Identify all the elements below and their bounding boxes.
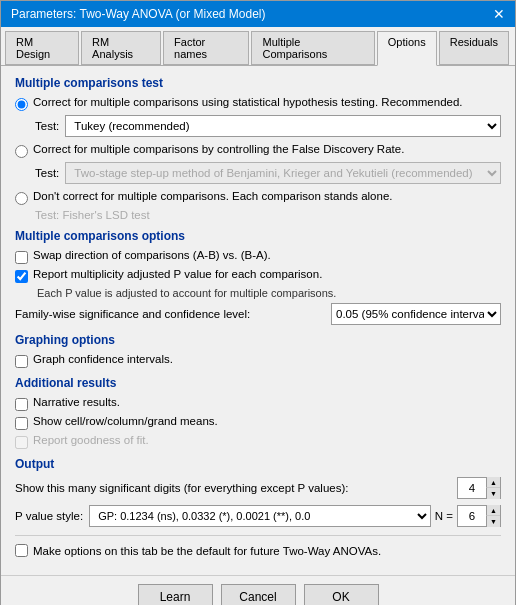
radio-label-3: Don't correct for multiple comparisons. … <box>33 190 393 202</box>
checkbox-goodness-label: Report goodness of fit. <box>33 434 149 446</box>
test-select-1[interactable]: Tukey (recommended) <box>65 115 501 137</box>
checkbox-graph-ci-input[interactable] <box>15 355 28 368</box>
tab-residuals[interactable]: Residuals <box>439 31 509 65</box>
test-row-2: Test: Two-stage step-up method of Benjam… <box>35 162 501 184</box>
tab-rm-design[interactable]: RM Design <box>5 31 79 65</box>
radio-label-2: Correct for multiple comparisons by cont… <box>33 143 404 155</box>
checkbox-show-means-input[interactable] <box>15 417 28 430</box>
dialog-title: Parameters: Two-Way ANOVA (or Mixed Mode… <box>11 7 266 21</box>
checkbox-graph-ci-label: Graph confidence intervals. <box>33 353 173 365</box>
sig-digits-input[interactable] <box>458 478 486 498</box>
n-down[interactable]: ▼ <box>486 516 500 527</box>
cancel-button[interactable]: Cancel <box>221 584 296 605</box>
checkbox-goodness: Report goodness of fit. <box>15 434 501 449</box>
tab-options[interactable]: Options <box>377 31 437 66</box>
learn-button[interactable]: Learn <box>138 584 213 605</box>
tab-multiple-comparisons[interactable]: Multiple Comparisons <box>251 31 374 65</box>
ok-button[interactable]: OK <box>304 584 379 605</box>
radio-no-correction[interactable] <box>15 192 28 205</box>
checkbox-adjusted-p: Report multiplicity adjusted P value for… <box>15 268 501 283</box>
checkbox-narrative-input[interactable] <box>15 398 28 411</box>
confidence-label: Family-wise significance and confidence … <box>15 308 325 320</box>
test-select-2[interactable]: Two-stage step-up method of Benjamini, K… <box>65 162 501 184</box>
checkbox-show-means: Show cell/row/column/grand means. <box>15 415 501 430</box>
title-bar: Parameters: Two-Way ANOVA (or Mixed Mode… <box>1 1 515 27</box>
test-label-1: Test: <box>35 120 59 132</box>
test-label-2: Test: <box>35 167 59 179</box>
tab-bar: RM Design RM Analysis Factor names Multi… <box>1 27 515 66</box>
confidence-row: Family-wise significance and confidence … <box>15 303 501 325</box>
footer: Learn Cancel OK <box>1 575 515 605</box>
sig-digits-spin-buttons: ▲ ▼ <box>486 477 500 499</box>
test-row-1: Test: Tukey (recommended) <box>35 115 501 137</box>
sig-digits-up[interactable]: ▲ <box>486 477 500 488</box>
checkbox-narrative: Narrative results. <box>15 396 501 411</box>
close-button[interactable]: ✕ <box>493 7 505 21</box>
sig-digits-down[interactable]: ▼ <box>486 488 500 499</box>
tab-rm-analysis[interactable]: RM Analysis <box>81 31 161 65</box>
checkbox-adjusted-p-label: Report multiplicity adjusted P value for… <box>33 268 322 280</box>
sig-digits-row: Show this many significant digits (for e… <box>15 477 501 499</box>
checkbox-graph-ci: Graph confidence intervals. <box>15 353 501 368</box>
radio-row-3: Don't correct for multiple comparisons. … <box>15 190 501 205</box>
adjusted-p-note: Each P value is adjusted to account for … <box>37 287 501 299</box>
content-area: Multiple comparisons test Correct for mu… <box>1 66 515 575</box>
radio-row-2: Correct for multiple comparisons by cont… <box>15 143 501 158</box>
test-label-3: Test: Fisher's LSD test <box>35 209 150 221</box>
section-title-ar: Additional results <box>15 376 501 390</box>
sig-digits-label: Show this many significant digits (for e… <box>15 482 457 494</box>
checkbox-adjusted-p-input[interactable] <box>15 270 28 283</box>
test-row-3: Test: Fisher's LSD test <box>35 209 501 221</box>
section-title-mco: Multiple comparisons options <box>15 229 501 243</box>
n-spin-buttons: ▲ ▼ <box>486 505 500 527</box>
n-label: N = <box>435 510 453 522</box>
checkbox-swap-input[interactable] <box>15 251 28 264</box>
radio-fdr[interactable] <box>15 145 28 158</box>
section-title-output: Output <box>15 457 501 471</box>
n-input[interactable] <box>458 506 486 526</box>
dialog: Parameters: Two-Way ANOVA (or Mixed Mode… <box>0 0 516 605</box>
n-up[interactable]: ▲ <box>486 505 500 516</box>
default-check-row: Make options on this tab be the default … <box>15 544 501 557</box>
n-spinner: ▲ ▼ <box>457 505 501 527</box>
divider <box>15 535 501 536</box>
sig-digits-spinner: ▲ ▼ <box>457 477 501 499</box>
radio-row-1: Correct for multiple comparisons using s… <box>15 96 501 111</box>
section-title-mct: Multiple comparisons test <box>15 76 501 90</box>
section-title-go: Graphing options <box>15 333 501 347</box>
pvalue-label: P value style: <box>15 510 83 522</box>
tab-factor-names[interactable]: Factor names <box>163 31 249 65</box>
default-check-label: Make options on this tab be the default … <box>33 545 381 557</box>
confidence-select[interactable]: 0.05 (95% confidence interval) <box>331 303 501 325</box>
pvalue-row: P value style: GP: 0.1234 (ns), 0.0332 (… <box>15 505 501 527</box>
checkbox-goodness-input[interactable] <box>15 436 28 449</box>
checkbox-swap: Swap direction of comparisons (A-B) vs. … <box>15 249 501 264</box>
checkbox-narrative-label: Narrative results. <box>33 396 120 408</box>
pvalue-select[interactable]: GP: 0.1234 (ns), 0.0332 (*), 0.0021 (**)… <box>89 505 431 527</box>
radio-label-1: Correct for multiple comparisons using s… <box>33 96 463 108</box>
radio-hypothesis-testing[interactable] <box>15 98 28 111</box>
checkbox-show-means-label: Show cell/row/column/grand means. <box>33 415 218 427</box>
checkbox-swap-label: Swap direction of comparisons (A-B) vs. … <box>33 249 271 261</box>
default-check-input[interactable] <box>15 544 28 557</box>
